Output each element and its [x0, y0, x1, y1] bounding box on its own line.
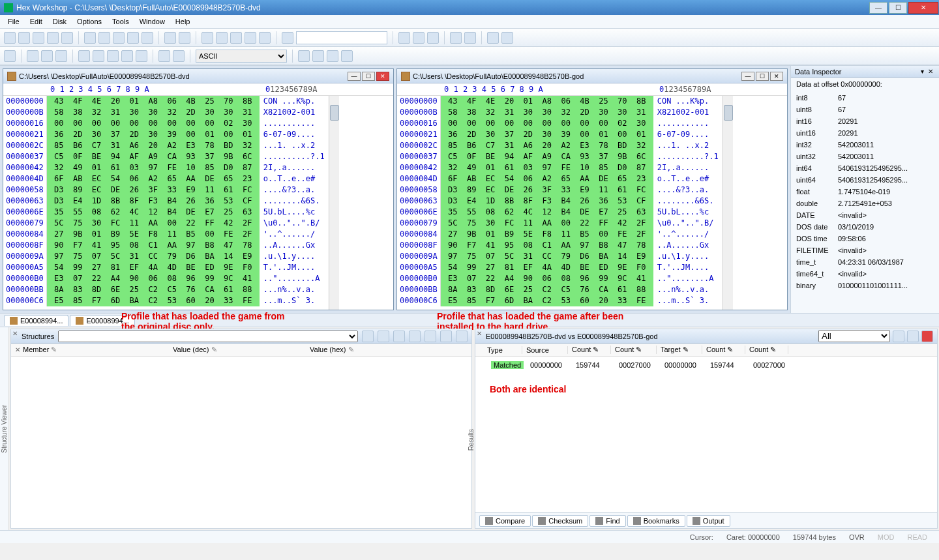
undo-button[interactable]: [164, 32, 176, 44]
menu-disk[interactable]: Disk: [48, 16, 72, 27]
tool-button-a[interactable]: [127, 32, 139, 44]
inspector-row[interactable]: uint867: [796, 104, 934, 115]
tool-button-j[interactable]: [413, 32, 425, 44]
inspector-row[interactable]: DOS time09:58:06: [796, 233, 934, 244]
struct-close-icon[interactable]: ✕: [12, 330, 18, 337]
tool2-d[interactable]: [55, 50, 67, 62]
nav-next[interactable]: [327, 50, 338, 62]
results-close-icon[interactable]: ✕: [477, 330, 482, 337]
pane1-close[interactable]: ✕: [376, 72, 389, 81]
tool-button-b[interactable]: [142, 32, 153, 44]
inspector-row[interactable]: uint1620291: [796, 127, 934, 139]
tool-button-g[interactable]: [259, 32, 271, 44]
hex-content-left[interactable]: 00000000 43 4F 4E 20 01 A8 06 4B 25 70 8…: [3, 96, 329, 310]
tool2-k[interactable]: [173, 50, 185, 62]
tool-button-d[interactable]: [216, 32, 228, 44]
menu-file[interactable]: File: [3, 16, 25, 27]
struct-btn-c[interactable]: [393, 331, 405, 342]
tool-button-h[interactable]: [282, 32, 293, 44]
results-btn-a[interactable]: [893, 331, 904, 342]
struct-btn-a[interactable]: [362, 331, 374, 342]
inspector-row[interactable]: double2.7125491e+053: [796, 198, 934, 209]
struct-btn-g[interactable]: [456, 331, 468, 342]
results-tab-find[interactable]: Find: [589, 515, 625, 527]
results-btn-c[interactable]: [921, 331, 933, 342]
tool2-h[interactable]: [121, 50, 133, 62]
edit-icon[interactable]: ✎: [211, 346, 217, 353]
tool2-g[interactable]: [107, 50, 119, 62]
scrollbar-left[interactable]: [329, 96, 339, 310]
nav-prev[interactable]: [312, 50, 324, 62]
pane2-close[interactable]: ✕: [770, 72, 783, 81]
pane1-max[interactable]: ☐: [362, 72, 375, 81]
tool2-c[interactable]: [41, 50, 53, 62]
save-button[interactable]: [33, 32, 44, 44]
tool-button-n[interactable]: [487, 32, 499, 44]
struct-btn-b[interactable]: [378, 331, 389, 342]
tool-button-i[interactable]: [398, 32, 410, 44]
inspector-close-icon[interactable]: ✕: [926, 68, 935, 75]
results-tab-output[interactable]: Output: [687, 515, 730, 527]
menu-tools[interactable]: Tools: [107, 16, 134, 27]
structures-select[interactable]: [58, 331, 358, 342]
pane1-min[interactable]: —: [348, 72, 361, 81]
menu-options[interactable]: Options: [72, 16, 107, 27]
nav-last[interactable]: [341, 50, 353, 62]
tool-button-c[interactable]: [201, 32, 213, 44]
results-filter[interactable]: All: [818, 330, 890, 342]
inspector-pin-icon[interactable]: ▾: [919, 68, 926, 75]
tool-button-l[interactable]: [450, 32, 462, 44]
inspector-row[interactable]: int867: [796, 92, 934, 104]
struct-btn-f[interactable]: [440, 331, 452, 342]
address-input[interactable]: [296, 31, 387, 44]
close-button[interactable]: ✕: [908, 2, 938, 14]
hex-content-right[interactable]: 00000000 43 4F 4E 20 01 A8 06 4B 25 70 8…: [397, 96, 723, 310]
inspector-row[interactable]: DATE<invalid>: [796, 209, 934, 221]
nav-first[interactable]: [298, 50, 310, 62]
tool2-e[interactable]: [78, 50, 90, 62]
minimize-button[interactable]: —: [869, 2, 887, 14]
inspector-row[interactable]: int32542003011: [796, 139, 934, 151]
inspector-row[interactable]: binary0100001101001111...: [796, 280, 934, 291]
inspector-row[interactable]: time_t04:23:31 06/03/1987: [796, 256, 934, 268]
encoding-select[interactable]: ASCII: [196, 50, 287, 63]
saveall-button[interactable]: [47, 32, 59, 44]
tool-button-m[interactable]: [464, 32, 476, 44]
struct-btn-e[interactable]: [425, 331, 436, 342]
results-btn-b[interactable]: [907, 331, 919, 342]
tool2-b[interactable]: [27, 50, 38, 62]
tool2-i[interactable]: [136, 50, 147, 62]
maximize-button[interactable]: ☐: [889, 2, 907, 14]
struct-row-close[interactable]: ✕: [15, 346, 20, 353]
redo-button[interactable]: [179, 32, 190, 44]
results-row[interactable]: Matched 00000000 159744 00027000 0000000…: [479, 359, 933, 371]
menu-edit[interactable]: Edit: [25, 16, 48, 27]
copy-button[interactable]: [98, 32, 110, 44]
tool2-f[interactable]: [93, 50, 104, 62]
results-tab-compare[interactable]: Compare: [479, 515, 531, 527]
inspector-row[interactable]: time64_t<invalid>: [796, 268, 934, 280]
menu-window[interactable]: Window: [134, 16, 170, 27]
cut-button[interactable]: [84, 32, 96, 44]
new-button[interactable]: [4, 32, 16, 44]
inspector-row[interactable]: FILETIME<invalid>: [796, 244, 934, 256]
inspector-row[interactable]: int645406193125495295...: [796, 162, 934, 174]
tool-button-e[interactable]: [230, 32, 242, 44]
inspector-row[interactable]: DOS date03/10/2019: [796, 221, 934, 233]
tool2-a[interactable]: [4, 50, 16, 62]
inspector-row[interactable]: float1.7475104e-019: [796, 186, 934, 198]
print-button[interactable]: [61, 32, 73, 44]
struct-btn-d[interactable]: [409, 331, 421, 342]
tool-button-o[interactable]: [501, 32, 513, 44]
results-tab-checksum[interactable]: Checksum: [532, 515, 588, 527]
edit-icon[interactable]: ✎: [51, 346, 57, 353]
tool-button-f[interactable]: [245, 32, 256, 44]
file-tab-1[interactable]: E00008994...: [4, 315, 68, 326]
pane2-min[interactable]: —: [741, 72, 754, 81]
inspector-row[interactable]: uint32542003011: [796, 151, 934, 162]
scrollbar-right[interactable]: [723, 96, 733, 310]
menu-help[interactable]: Help: [170, 16, 196, 27]
inspector-row[interactable]: uint645406193125495295...: [796, 174, 934, 186]
tool-button-k[interactable]: [427, 32, 439, 44]
open-button[interactable]: [18, 32, 30, 44]
